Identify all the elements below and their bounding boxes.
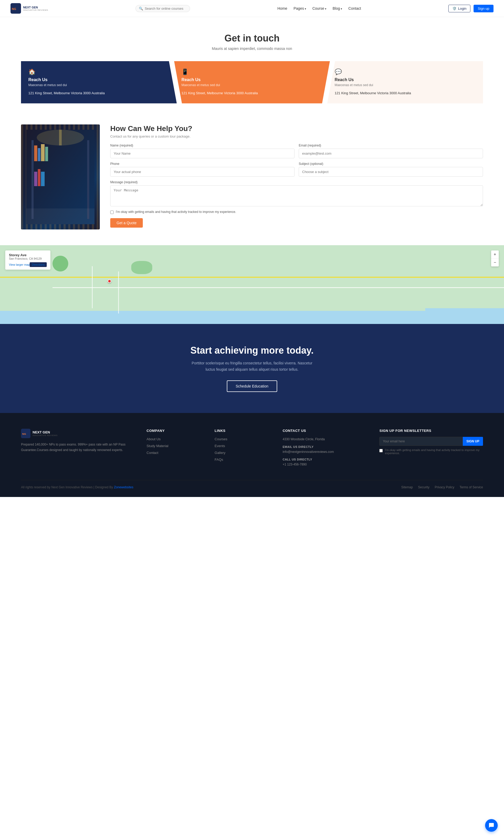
footer-email: info@nextgeninnovativereviews.com: [283, 449, 369, 454]
message-field-group: Message (required): [110, 180, 483, 206]
nav-contact[interactable]: Contact: [348, 6, 361, 11]
svg-text:NG: NG: [22, 433, 26, 435]
message-input[interactable]: [110, 185, 483, 206]
home-icon: 🏠: [28, 69, 169, 75]
svg-rect-3: [32, 140, 34, 219]
email-field-group: Email (required): [299, 144, 483, 158]
schedule-education-button[interactable]: Schedule Education: [227, 380, 277, 392]
footer-security-link[interactable]: Security: [418, 485, 429, 489]
directions-button[interactable]: Directions: [30, 262, 47, 267]
svg-rect-5: [34, 145, 37, 161]
map-place-sub: San Francisco, CA 94129: [9, 257, 47, 260]
footer-contact-heading: CONTACT US: [283, 429, 369, 433]
footer-sitemap-link[interactable]: Sitemap: [401, 485, 413, 489]
designer-link[interactable]: Zonewebsites: [114, 485, 133, 489]
reach-title-3: Reach Us: [335, 77, 476, 82]
list-item: FAQs: [215, 457, 272, 462]
phone-icon: 📱: [181, 69, 322, 75]
list-item: Courses: [215, 437, 272, 441]
phone-field-group: Phone: [110, 162, 294, 177]
newsletter-consent-checkbox[interactable]: [379, 449, 383, 452]
footer-address: 4330 Woodside Circle, Florida: [283, 437, 369, 442]
footer-phone: +1 123-456-7890: [283, 462, 369, 467]
list-item: Events: [215, 444, 272, 448]
signup-button[interactable]: Sign up: [473, 5, 493, 12]
footer-faqs-link[interactable]: FAQs: [215, 458, 223, 462]
brand-tagline: INNOVATIVE REVIEWS: [23, 9, 48, 11]
svg-text:NG: NG: [12, 7, 16, 11]
map-info-card: Storey Ave San Francisco, CA 94129 View …: [5, 250, 50, 270]
map-visual: + −: [0, 245, 504, 324]
email-input[interactable]: [299, 148, 483, 158]
logo[interactable]: NG NEXT GEN INNOVATIVE REVIEWS: [11, 3, 48, 14]
svg-rect-6: [38, 148, 40, 161]
svg-rect-11: [41, 172, 44, 186]
map-place-name: Storey Ave: [9, 253, 47, 257]
footer-company-col: COMPANY About Us Study Material Contact: [146, 429, 204, 469]
footer-events-link[interactable]: Events: [215, 444, 225, 448]
newsletter-email-input[interactable]: [379, 437, 463, 446]
svg-rect-14: [26, 209, 94, 224]
login-button[interactable]: 🛡️ Login: [448, 5, 470, 12]
footer-email-label: EMAIL US DIRECTLY: [283, 445, 369, 448]
reach-address-1: 121 King Street, Melbourne Victoria 3000…: [28, 91, 169, 96]
map-pin: [108, 279, 111, 283]
chat-icon: 💬: [335, 69, 476, 75]
chevron-down-icon: ▾: [305, 7, 306, 10]
search-bar[interactable]: 🔍: [136, 5, 190, 12]
footer-contact-link[interactable]: Contact: [146, 451, 158, 455]
search-input[interactable]: [145, 6, 187, 11]
footer-terms-link[interactable]: Terms of Service: [460, 485, 483, 489]
nav-home[interactable]: Home: [277, 6, 287, 11]
get-quote-button[interactable]: Get a Quote: [110, 218, 143, 228]
reach-title-2: Reach Us: [181, 77, 322, 82]
footer-company-links: About Us Study Material Contact: [146, 437, 204, 455]
reach-address-2: 121 King Street, Melbourne Victoria 3000…: [181, 91, 322, 96]
nav-blog[interactable]: Blog▾: [332, 6, 342, 11]
newsletter-input-row: SIGN UP: [379, 437, 483, 446]
newsletter-consent-label: I'm okay with getting emails and having …: [385, 448, 483, 455]
newsletter-signup-button[interactable]: SIGN UP: [463, 437, 483, 446]
footer-about-link[interactable]: About Us: [146, 437, 160, 441]
footer: NG NEXT GEN INNOVATIVE REVIEWS Prepared …: [0, 413, 504, 497]
name-label: Name (required): [110, 144, 294, 147]
svg-rect-8: [45, 147, 48, 161]
reach-sub-2: Maecenas et metus sed dui: [181, 83, 322, 87]
zoom-in-button[interactable]: +: [491, 250, 499, 258]
cta-section: Start achieving more today. Porttitor sc…: [0, 324, 504, 413]
footer-copyright: All rights reserved by Next Gen Innovati…: [21, 485, 133, 489]
map-road-1: [0, 277, 504, 278]
map-zoom-controls[interactable]: + −: [491, 250, 499, 266]
reach-sub-1: Maecenas et metus sed dui: [28, 83, 169, 87]
footer-courses-link[interactable]: Courses: [215, 437, 227, 441]
svg-rect-4: [87, 140, 89, 219]
footer-newsletter-heading: SIGN UP FOR NEWSLETTERS: [379, 429, 483, 433]
list-item: About Us: [146, 437, 204, 441]
footer-study-link[interactable]: Study Material: [146, 444, 168, 448]
chevron-down-icon: ▾: [341, 7, 342, 10]
cta-subtitle: Porttitor scelerisque eu fringilla conse…: [186, 360, 318, 373]
zoom-out-button[interactable]: −: [491, 258, 499, 266]
consent-label: I'm okay with getting emails and having …: [116, 210, 236, 214]
name-input[interactable]: [110, 148, 294, 158]
view-larger-map-link[interactable]: View larger map: [9, 263, 30, 266]
cta-title: Start achieving more today.: [11, 345, 493, 356]
map-park-2: [131, 261, 152, 274]
footer-privacy-link[interactable]: Privacy Policy: [435, 485, 454, 489]
map-land-2: [0, 245, 425, 311]
chevron-down-icon: ▾: [325, 7, 326, 10]
reach-card-light: 💬 Reach Us Maecenas et metus sed dui 121…: [327, 61, 483, 104]
nav-pages[interactable]: Pages▾: [293, 6, 306, 11]
phone-input[interactable]: [110, 167, 294, 177]
nav-course[interactable]: Course▾: [312, 6, 326, 11]
map-road-3: [92, 266, 93, 308]
search-icon: 🔍: [139, 6, 143, 11]
navbar: NG NEXT GEN INNOVATIVE REVIEWS 🔍 Home Pa…: [0, 0, 504, 17]
reach-title-1: Reach Us: [28, 77, 169, 82]
footer-logo: NG NEXT GEN INNOVATIVE REVIEWS: [21, 429, 136, 438]
footer-gallery-link[interactable]: Gallery: [215, 451, 226, 455]
svg-rect-13: [59, 130, 62, 145]
consent-checkbox[interactable]: [110, 211, 114, 214]
subject-input[interactable]: [299, 167, 483, 177]
footer-grid: NG NEXT GEN INNOVATIVE REVIEWS Prepared …: [21, 429, 483, 469]
